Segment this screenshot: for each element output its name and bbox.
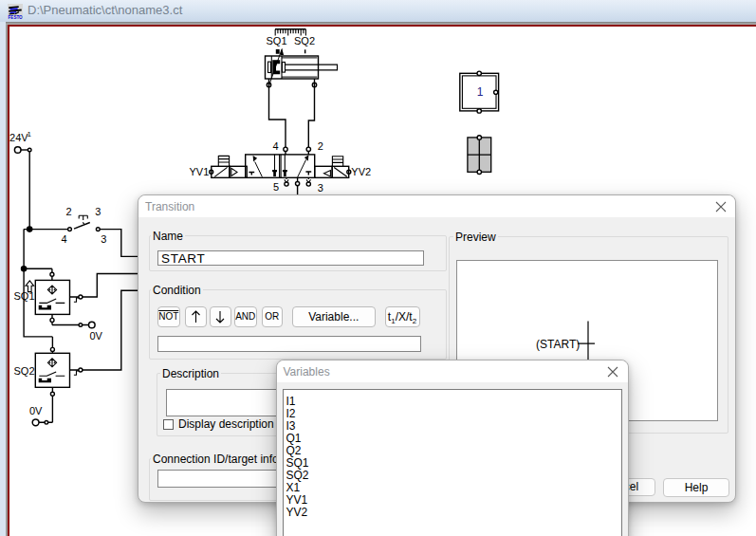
svg-text:4: 4	[62, 233, 67, 245]
svg-text:SQ2: SQ2	[294, 35, 315, 46]
svg-text:2: 2	[66, 206, 72, 217]
svg-text:3: 3	[318, 182, 323, 194]
svg-text:4: 4	[273, 140, 279, 152]
svg-text:0V: 0V	[90, 330, 103, 342]
svg-text:SQ1: SQ1	[267, 35, 287, 46]
svg-text:2: 2	[318, 140, 323, 152]
svg-text:3: 3	[95, 206, 101, 217]
svg-text:YV2: YV2	[351, 166, 371, 177]
svg-text:5: 5	[273, 181, 279, 193]
svg-text:(START): (START)	[536, 338, 580, 351]
svg-text:0V: 0V	[29, 405, 43, 416]
svg-text:1: 1	[477, 85, 484, 99]
svg-text:3: 3	[101, 233, 106, 245]
svg-text:FESTO: FESTO	[9, 14, 23, 19]
svg-text:YV1: YV1	[190, 166, 210, 177]
svg-text:SQ1: SQ1	[14, 290, 35, 302]
svg-text:SQ2: SQ2	[14, 365, 35, 377]
svg-text:1: 1	[28, 130, 32, 139]
